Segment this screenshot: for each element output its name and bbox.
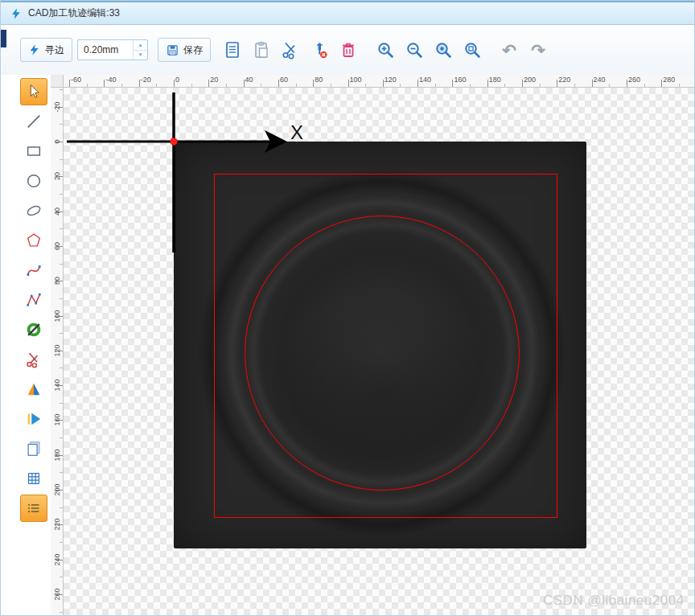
zoom-out-button[interactable]: [402, 38, 426, 62]
v-ruler-label: 220: [52, 512, 62, 536]
save-floppy-icon: [166, 43, 179, 57]
v-ruler-label: 20: [52, 164, 62, 188]
polygon-tool-icon: [25, 232, 43, 249]
tool-line[interactable]: [20, 108, 47, 135]
document-tool-icon: [25, 440, 43, 458]
spline-tool-icon: [25, 261, 43, 279]
tool-scissors[interactable]: [20, 346, 47, 373]
paste-button[interactable]: [249, 38, 273, 62]
zoom-fit-icon: [463, 40, 482, 60]
zoom-in-icon: [376, 40, 395, 60]
v-ruler-label: 140: [52, 373, 62, 397]
spinner-up-button[interactable]: ▲: [134, 40, 147, 51]
ellipse-tool-icon: [25, 202, 43, 220]
size-spinner[interactable]: 0.20mm ▲ ▼: [77, 39, 148, 60]
redo-button[interactable]: ↷: [526, 38, 550, 62]
undo-button[interactable]: ↶: [497, 38, 521, 62]
v-ruler-label: 120: [52, 339, 62, 363]
v-ruler-label: 80: [52, 269, 62, 293]
doc-lines-button[interactable]: [220, 38, 245, 62]
play-tool-icon: [25, 410, 43, 428]
circle-tool-icon: [25, 172, 43, 190]
h-ruler-label: 40: [245, 76, 253, 84]
x-axis-label: X: [290, 121, 303, 143]
v-ruler-label: 180: [52, 443, 62, 467]
redo-icon: ↷: [531, 42, 545, 59]
save-button[interactable]: 保存: [158, 38, 211, 62]
ruler-corner: [51, 75, 64, 88]
h-ruler-label: 20: [210, 76, 218, 84]
watermark: CSDN @libaineu2004: [543, 593, 685, 609]
v-ruler-label: 0: [52, 129, 62, 154]
probe-delete-button[interactable]: [307, 38, 331, 62]
h-ruler-label: 140: [419, 76, 431, 84]
h-ruler-label: 120: [385, 76, 397, 84]
tool-spline[interactable]: [20, 257, 47, 284]
select-cursor-icon: [25, 83, 43, 101]
zoom-out-icon: [405, 40, 424, 60]
v-ruler-label: 160: [52, 408, 62, 432]
h-ruler-label: 200: [524, 76, 536, 84]
v-ruler-label: 240: [52, 548, 62, 572]
h-ruler-label: -60: [71, 76, 81, 84]
main-area: -60-40-200204060801001201401601802002202…: [1, 75, 694, 615]
titlebar: CAD加工轨迹编辑:33: [1, 1, 694, 25]
tool-list[interactable]: [20, 495, 47, 522]
edge-find-lightning-icon: [28, 43, 41, 56]
h-ruler-label: 240: [594, 76, 606, 84]
cut-button[interactable]: [278, 38, 302, 62]
tool-circle[interactable]: [20, 167, 47, 195]
tool-document[interactable]: [20, 435, 47, 462]
save-label: 保存: [183, 43, 203, 57]
tool-ellipse[interactable]: [20, 197, 47, 224]
spinner-down-icon: ▼: [138, 52, 143, 57]
trash-icon: [339, 40, 358, 60]
h-ruler-label: 100: [350, 76, 362, 84]
tool-rectangle[interactable]: [20, 138, 47, 165]
size-value: 0.20mm: [78, 40, 133, 60]
tool-polygon[interactable]: [20, 227, 47, 254]
h-ruler-label: 80: [315, 76, 323, 84]
scissors-cut-icon: [281, 40, 300, 60]
v-ruler-label: 200: [52, 478, 62, 502]
h-ruler-label: -20: [141, 76, 151, 84]
line-tool-icon: [25, 113, 43, 130]
edge-find-button[interactable]: 寻边: [20, 38, 72, 62]
v-ruler: -20020406080100120140160180200220240260: [51, 88, 64, 615]
grid-tool-icon: [25, 470, 43, 487]
edge-find-label: 寻边: [45, 43, 64, 57]
tool-triangle[interactable]: [20, 376, 47, 403]
canvas[interactable]: X CSDN @libaineu2004: [64, 88, 694, 615]
spinner-buttons: ▲ ▼: [133, 40, 147, 60]
v-ruler-label: -20: [52, 95, 62, 119]
spinner-up-icon: ▲: [138, 43, 143, 47]
h-ruler-label: 0: [175, 76, 179, 84]
h-ruler-label: -40: [105, 76, 116, 84]
tool-select-cursor[interactable]: [20, 78, 47, 105]
toolbar: 寻边 0.20mm ▲ ▼ 保存: [1, 25, 694, 75]
v-ruler-label: 260: [52, 582, 62, 606]
delete-button[interactable]: [336, 38, 360, 62]
zoom-selection-button[interactable]: [431, 38, 455, 62]
tool-sidebar: [17, 75, 51, 615]
tool-grid[interactable]: [20, 465, 47, 492]
tool-polyline[interactable]: [20, 286, 47, 314]
zoom-selection-icon: [434, 40, 453, 60]
triangle-tool-icon: [25, 380, 43, 398]
zoom-in-button[interactable]: [373, 38, 397, 62]
doc-lines-icon: [223, 40, 242, 60]
tool-play[interactable]: [20, 405, 47, 433]
h-ruler: -60-40-200204060801001201401601802002202…: [64, 75, 694, 88]
clipboard-paste-icon: [252, 40, 271, 60]
spinner-down-button[interactable]: ▼: [134, 51, 147, 60]
trajectory-circle[interactable]: [245, 216, 520, 491]
tool-ring-pen[interactable]: [20, 316, 47, 343]
v-ruler-label: 60: [52, 234, 62, 258]
zoom-fit-button[interactable]: [460, 38, 484, 62]
list-tool-icon: [25, 499, 43, 517]
h-ruler-label: 60: [280, 76, 288, 84]
undo-icon: ↶: [502, 42, 516, 59]
window-accent-bar: [1, 30, 6, 47]
rectangle-tool-icon: [25, 142, 43, 160]
h-ruler-label: 260: [628, 76, 640, 84]
